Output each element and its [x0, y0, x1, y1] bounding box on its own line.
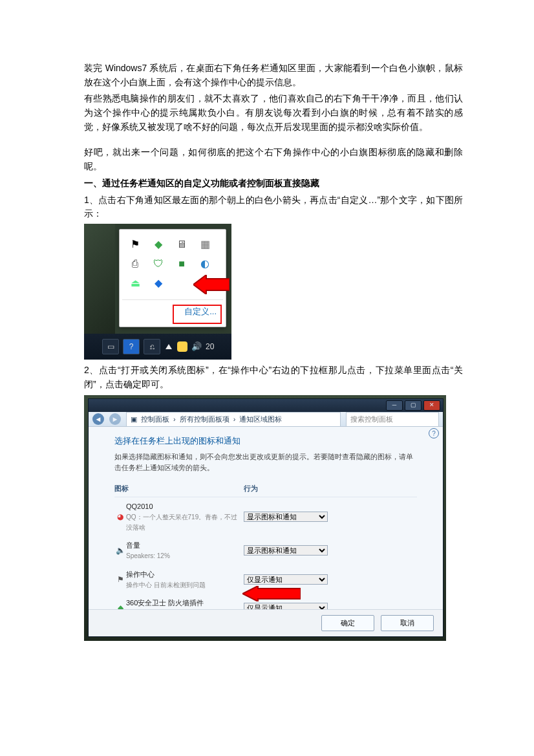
cancel-button[interactable]: 取消: [381, 615, 434, 631]
row-name: 360安全卫士 防火墙插件: [126, 598, 244, 609]
qq-icon: ◕: [114, 511, 126, 523]
app-icon[interactable]: ■: [175, 258, 188, 271]
taskbar-help-icon[interactable]: ?: [123, 339, 140, 354]
screenshot-tray-flyout: ⚑ ◆ 🖥 ▦ ⎙ 🛡 ■ ◐ ⏏ ◆ 自定义... ▭ ? ⎌: [84, 224, 231, 360]
clock-text-partial: 20: [206, 341, 214, 353]
ok-button[interactable]: 确定: [321, 615, 374, 631]
row-name: QQ2010: [126, 501, 244, 512]
screenshot-notification-area-icons: ─ ▢ ✕ ◄ ► ▣ 控制面板› 所有控制面板项› 通知区域图标 搜索控制面板…: [84, 395, 446, 641]
behavior-select[interactable]: 仅显示通知: [244, 574, 328, 585]
show-hidden-icons-arrow[interactable]: [166, 344, 172, 349]
globe-icon[interactable]: ◐: [198, 258, 211, 271]
step-1-text: 1、点击右下角通知区最左面的那个朝上的白色小箭头，再点击“自定义…”那个文字，如…: [84, 193, 463, 221]
volume-icon: 🔈: [114, 545, 126, 557]
taskbar: ▭ ? ⎌ 🔊 20: [84, 334, 231, 360]
paragraph-2: 有些熟悉电脑操作的朋友们，就不太喜欢了，他们喜欢自己的右下角干干净净，而且，他们…: [84, 92, 463, 134]
red-arrow-annotation: [242, 586, 301, 601]
window-titlebar: ─ ▢ ✕: [89, 399, 443, 412]
paragraph-3: 好吧，就出来一个问题，如何彻底的把这个右下角操作中心的小白旗图标彻底的隐藏和删除…: [84, 146, 463, 173]
help-icon[interactable]: ?: [429, 428, 439, 438]
column-header-behavior: 行为: [244, 483, 258, 494]
paragraph-1: 装完 Windows7 系统后，在桌面右下角任务栏通知区里面，大家能看到一个白色…: [84, 61, 463, 89]
action-center-flag-icon: ⚑: [114, 574, 126, 586]
360-shield-icon: ◆: [114, 602, 126, 609]
minimize-button[interactable]: ─: [386, 400, 403, 411]
close-button[interactable]: ✕: [423, 400, 440, 411]
row-sub: 操作中心 目前未检测到问题: [126, 580, 244, 590]
explorer-toolbar: ◄ ► ▣ 控制面板› 所有控制面板项› 通知区域图标 搜索控制面板: [89, 412, 443, 427]
step-2-text: 2、点击“打开或关闭系统图标”，在“操作中心”右边的下拉框那儿点击，下拉菜单里面…: [84, 363, 463, 391]
volume-tray-icon[interactable]: 🔊: [191, 340, 202, 353]
usb-eject-icon[interactable]: ⏏: [129, 277, 142, 290]
row-name: 音量: [126, 540, 244, 551]
page-title: 选择在任务栏上出现的图标和通知: [114, 435, 417, 448]
action-center-flag-icon[interactable]: ⚑: [129, 239, 142, 252]
search-input[interactable]: 搜索控制面板: [346, 412, 439, 427]
red-arrow-annotation: [193, 275, 230, 294]
behavior-select[interactable]: 仅显示通知: [244, 603, 328, 609]
taskbar-item[interactable]: ⎌: [144, 339, 160, 354]
hidden-icons-flyout: ⚑ ◆ 🖥 ▦ ⎙ 🛡 ■ ◐ ⏏ ◆ 自定义...: [119, 229, 226, 327]
breadcrumb-part[interactable]: 控制面板: [141, 414, 169, 425]
behavior-select[interactable]: 显示图标和通知: [244, 512, 328, 522]
monitor-icon[interactable]: 🖥: [175, 239, 188, 252]
section-heading-1: 一、通过任务栏通知区的自定义功能或者控制面板直接隐藏: [84, 177, 463, 191]
forward-button[interactable]: ►: [109, 413, 121, 425]
qq-tray-icon[interactable]: [177, 341, 187, 352]
page-description: 如果选择隐藏图标和通知，则不会向您发出更改或更新的提示。若要随时查看隐藏的图标，…: [114, 451, 417, 473]
printer-icon[interactable]: ⎙: [129, 258, 142, 271]
generic-tray-icon[interactable]: ▦: [198, 239, 211, 252]
breadcrumb-part[interactable]: 通知区域图标: [239, 414, 282, 425]
row-sub: 360安全卫士 木马防火墙完全开启: [126, 609, 244, 609]
list-row: 🔈 音量Speakers: 12% 显示图标和通知: [114, 536, 417, 565]
shield-icon[interactable]: ◆: [152, 239, 165, 252]
security-shield-icon[interactable]: 🛡: [152, 258, 165, 271]
list-row: ◕ QQ2010QQ：一个人整天呆在719。青春，不过没落啥 显示图标和通知: [114, 497, 417, 536]
diamond-icon[interactable]: ◆: [152, 277, 165, 290]
back-button[interactable]: ◄: [92, 413, 104, 425]
breadcrumb[interactable]: ▣ 控制面板› 所有控制面板项› 通知区域图标: [126, 412, 341, 427]
behavior-select[interactable]: 显示图标和通知: [244, 545, 328, 556]
breadcrumb-part[interactable]: 所有控制面板项: [180, 414, 230, 425]
row-sub: QQ：一个人整天呆在719。青春，不过没落啥: [126, 512, 244, 532]
window-body: ? 选择在任务栏上出现的图标和通知 如果选择隐藏图标和通知，则不会向您发出更改或…: [89, 427, 443, 609]
dialog-footer: 确定 取消: [89, 609, 443, 636]
customize-link[interactable]: 自定义...: [120, 300, 226, 325]
taskbar-ime-icon[interactable]: ▭: [102, 339, 119, 354]
maximize-button[interactable]: ▢: [405, 400, 422, 411]
row-name: 操作中心: [126, 569, 244, 580]
row-sub: Speakers: 12%: [126, 551, 244, 561]
column-header-icon: 图标: [114, 483, 244, 494]
document-page: 装完 Windows7 系统后，在桌面右下角任务栏通知区里面，大家能看到一个白色…: [0, 0, 534, 756]
